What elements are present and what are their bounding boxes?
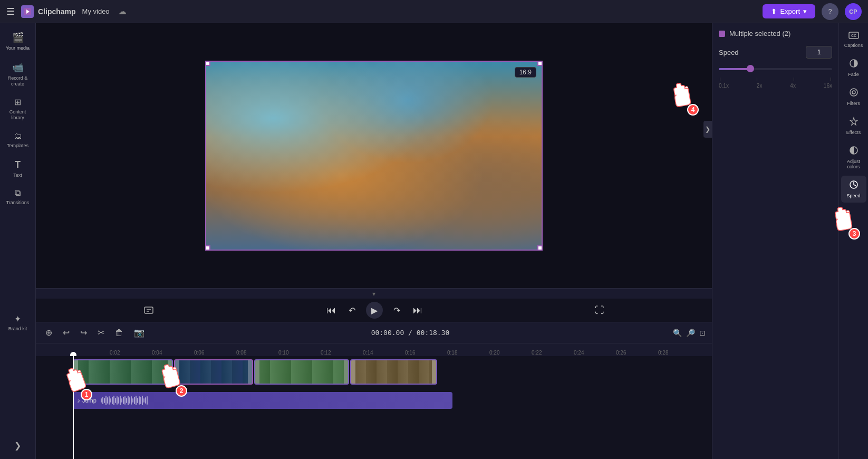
speed-label-16x: 16x	[824, 83, 832, 89]
video-clip-2[interactable]	[174, 359, 253, 385]
clip-3-left-handle[interactable]	[255, 360, 259, 384]
topbar-left: ☰ Clipchamp My video ☁	[6, 5, 754, 18]
skip-end-button[interactable]: ⏭	[411, 303, 425, 318]
hamburger-menu[interactable]: ☰	[6, 6, 15, 17]
adjust-colors-panel-button[interactable]: Adjust colors	[841, 141, 866, 174]
rewind-button[interactable]: ↶	[346, 303, 358, 318]
transitions-icon: ⧉	[15, 188, 21, 198]
sidebar-item-text[interactable]: T Text	[2, 155, 34, 182]
clip-1-right-handle[interactable]	[168, 360, 172, 384]
captions-panel-button[interactable]: CC Captions	[841, 27, 866, 52]
sidebar-item-templates[interactable]: 🗂 Templates	[2, 127, 34, 153]
speed-icon	[849, 180, 859, 192]
clip-4-right-handle[interactable]	[432, 360, 436, 384]
resize-handle-br[interactable]	[537, 245, 543, 251]
sidebar-item-content-library[interactable]: ⊞ Content library	[2, 93, 34, 125]
delete-button[interactable]: 🗑	[112, 326, 127, 340]
zoom-out-button[interactable]: 🔍	[673, 329, 682, 337]
video-clip-4[interactable]	[350, 359, 437, 385]
sidebar-item-transitions[interactable]: ⧉ Transitions	[2, 184, 34, 209]
aspect-ratio-badge: 16:9	[515, 67, 536, 78]
brand-kit-icon: ✦	[14, 314, 21, 324]
timeline-tracks: ♪ Jump	[36, 356, 712, 459]
forward-button[interactable]: ↷	[391, 303, 402, 318]
export-button[interactable]: ⬆ Export ▾	[763, 4, 815, 18]
video-clips-container	[73, 359, 712, 385]
cut-button[interactable]: ✂	[94, 326, 108, 340]
video-title[interactable]: My video	[82, 7, 110, 15]
speed-value-input[interactable]: 1	[806, 46, 832, 59]
magnetic-snap-button[interactable]: ⊕	[42, 326, 55, 340]
timeline-zoom-controls: 🔍 🔎 ⊡	[673, 329, 706, 337]
speed-slider-thumb[interactable]	[747, 65, 754, 72]
resize-handle-tr[interactable]	[537, 61, 543, 66]
speed-panel-button[interactable]: Speed	[841, 176, 866, 203]
clip-4-left-handle[interactable]	[351, 360, 355, 384]
tick-4	[831, 78, 831, 81]
filters-panel-button[interactable]: Filters	[841, 83, 866, 110]
clip-4-content	[355, 360, 432, 384]
multiple-selected-indicator	[719, 31, 725, 37]
clip-1-left-handle[interactable]	[74, 360, 78, 384]
resize-handle-bl[interactable]	[205, 245, 210, 251]
video-track-row	[36, 356, 712, 390]
preview-left-controls	[141, 303, 156, 318]
adjust-colors-icon	[849, 146, 859, 157]
svg-rect-2	[144, 307, 153, 313]
effects-panel-button[interactable]: Effects	[841, 112, 866, 139]
ai-caption-button[interactable]	[141, 303, 156, 318]
sidebar-item-your-media[interactable]: 🎬 Your media	[2, 27, 34, 55]
speed-label: Speed	[719, 49, 739, 56]
preview-video[interactable]: ↻	[205, 61, 543, 251]
video-clip-1[interactable]	[73, 359, 173, 385]
clip-3-right-handle[interactable]	[344, 360, 348, 384]
speed-label-4x: 4x	[790, 83, 796, 89]
right-panel: Multiple selected (2) Speed 1	[712, 23, 838, 459]
sidebar-item-brand-kit[interactable]: ✦ Brand kit	[2, 310, 34, 336]
sidebar-label-your-media: Your media	[6, 45, 30, 51]
logo: Clipchamp	[21, 5, 76, 18]
filters-label: Filters	[847, 101, 860, 106]
clip-2-left-handle[interactable]	[175, 360, 179, 384]
sidebar-item-record-create[interactable]: 📹 Record & create	[2, 58, 34, 91]
preview-area: ↻ 16:9 ❯	[36, 23, 712, 288]
record-create-icon: 📹	[12, 62, 24, 73]
captions-icon: CC	[848, 32, 859, 41]
clip-3-content	[259, 360, 344, 384]
sidebar-label-transitions: Transitions	[6, 200, 30, 205]
sidebar-label-content-library: Content library	[4, 109, 32, 121]
speed-labels: 0.1x 2x 4x 16x	[719, 83, 832, 89]
fit-button[interactable]: ⊡	[699, 329, 706, 337]
save-frame-button[interactable]: 📷	[131, 326, 148, 340]
speed-label-01x: 0.1x	[719, 83, 729, 89]
video-clip-3[interactable]	[254, 359, 349, 385]
timeline-ruler: 0:02 0:04 0:06 0:08 0:10 0:12 0:14 0:16 …	[36, 343, 712, 356]
zoom-in-button[interactable]: 🔎	[686, 329, 695, 337]
help-button[interactable]: ?	[822, 3, 838, 20]
export-chevron-icon: ▾	[803, 7, 807, 15]
preview-controls-bar: ⏮ ↶ ▶ ↷ ⏭ ⛶	[36, 299, 712, 322]
fade-panel-button[interactable]: Fade	[841, 54, 866, 81]
play-button[interactable]: ▶	[366, 302, 383, 319]
resize-handle-tl[interactable]	[205, 61, 210, 66]
export-label: Export	[780, 7, 800, 15]
right-panel-content: Multiple selected (2) Speed 1	[712, 23, 838, 459]
music-icon: ♪	[77, 397, 80, 404]
collapse-bottom-button[interactable]: ▾	[36, 288, 712, 299]
undo-button[interactable]: ↩	[60, 326, 73, 340]
user-avatar[interactable]: CP	[845, 3, 862, 20]
audio-label: ♪ Jump	[77, 397, 97, 404]
skip-start-button[interactable]: ⏮	[324, 303, 338, 318]
main-layout: 🎬 Your media 📹 Record & create ⊞ Content…	[0, 23, 868, 459]
audio-clip[interactable]: ♪ Jump	[73, 392, 452, 409]
cloud-save-icon: ☁	[116, 5, 129, 18]
clip-2-right-handle[interactable]	[248, 360, 252, 384]
panel-title: Multiple selected (2)	[729, 30, 790, 37]
sidebar-label-brand-kit: Brand kit	[8, 326, 27, 332]
collapse-right-panel-button[interactable]: ❯	[703, 121, 712, 138]
video-track-content	[73, 356, 712, 390]
fade-label: Fade	[848, 72, 859, 77]
redo-button[interactable]: ↪	[77, 326, 90, 340]
sidebar-expand-button[interactable]: ❯	[10, 436, 25, 455]
fullscreen-button[interactable]: ⛶	[593, 303, 606, 318]
